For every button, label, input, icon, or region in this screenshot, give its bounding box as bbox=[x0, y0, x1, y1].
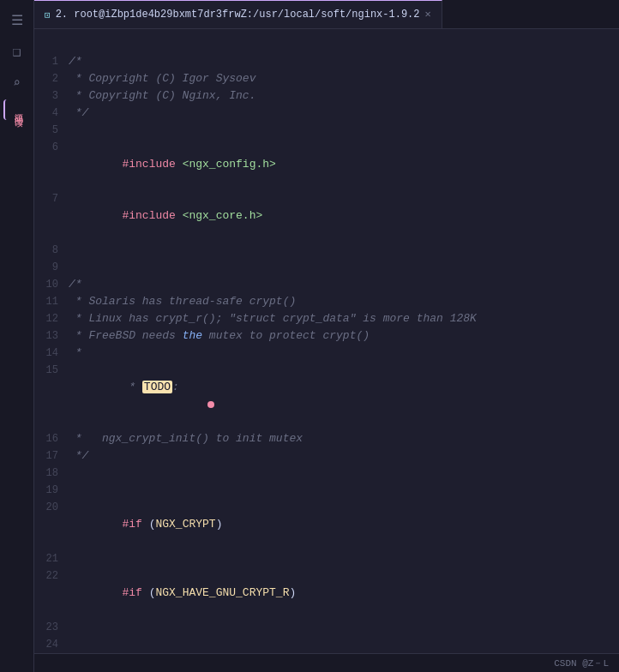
code-line: 11 * Solaris has thread-safe crypt() bbox=[34, 293, 619, 310]
tab-active[interactable]: ⊡ 2. root@iZbp1de4b29bxmt7dr3frwZ:/usr/l… bbox=[34, 0, 442, 28]
sidebar-icon-menu[interactable]: ☰ bbox=[3, 7, 31, 34]
code-line: 16 * ngx_crypt_init() to init mutex bbox=[34, 430, 619, 447]
code-line: 13 * FreeBSD needs the mutex to protect … bbox=[34, 327, 619, 345]
code-line: 9 bbox=[34, 259, 619, 276]
code-line: 8 bbox=[34, 242, 619, 259]
tab-bar: ⊡ 2. root@iZbp1de4b29bxmt7dr3frwZ:/usr/l… bbox=[34, 0, 619, 29]
code-line: 10 /* bbox=[34, 276, 619, 293]
code-line: 2 * Copyright (C) Igor Sysoev bbox=[34, 70, 619, 87]
code-line: 6 #include <ngx_config.h> bbox=[34, 139, 619, 190]
code-line bbox=[34, 36, 619, 53]
code-line: 4 */ bbox=[34, 105, 619, 122]
code-line: 22 #if (NGX_HAVE_GNU_CRYPT_R) bbox=[34, 567, 619, 619]
code-line: 24 ngx_int_t bbox=[34, 636, 619, 653]
code-editor[interactable]: 1 /* 2 * Copyright (C) Igor Sysoev 3 * C… bbox=[34, 29, 619, 653]
code-line: 12 * Linux has crypt_r(); "struct crypt_… bbox=[34, 310, 619, 327]
code-line: 20 #if (NGX_CRYPT) bbox=[34, 499, 619, 550]
main-panel: ⊡ 2. root@iZbp1de4b29bxmt7dr3frwZ:/usr/l… bbox=[34, 0, 619, 672]
code-line: 5 bbox=[34, 122, 619, 139]
code-line: 14 * bbox=[34, 345, 619, 362]
code-line: 21 bbox=[34, 550, 619, 567]
sidebar: ☰ ❑ ⌕ 源码阅读 bbox=[0, 0, 34, 672]
code-line: 7 #include <ngx_core.h> bbox=[34, 190, 619, 242]
code-line: 3 * Copyright (C) Nginx, Inc. bbox=[34, 87, 619, 105]
tab-close-button[interactable]: ✕ bbox=[425, 9, 431, 20]
code-line: 23 bbox=[34, 619, 619, 636]
sidebar-icon-search[interactable]: ⌕ bbox=[3, 69, 31, 96]
status-text: CSDN @Z－L bbox=[554, 657, 609, 669]
tab-terminal-icon: ⊡ bbox=[45, 9, 51, 21]
tab-label: 2. root@iZbp1de4b29bxmt7dr3frwZ:/usr/loc… bbox=[56, 9, 420, 21]
code-line-todo: 15 * TODO: bbox=[34, 362, 619, 430]
status-bar: CSDN @Z－L bbox=[34, 653, 619, 672]
sidebar-icon-code[interactable]: 源码阅读 bbox=[3, 99, 31, 120]
code-line: 17 */ bbox=[34, 447, 619, 465]
code-line: 1 /* bbox=[34, 53, 619, 70]
code-line: 18 bbox=[34, 465, 619, 482]
code-line: 19 bbox=[34, 482, 619, 499]
sidebar-icon-explorer[interactable]: ❑ bbox=[3, 38, 31, 65]
